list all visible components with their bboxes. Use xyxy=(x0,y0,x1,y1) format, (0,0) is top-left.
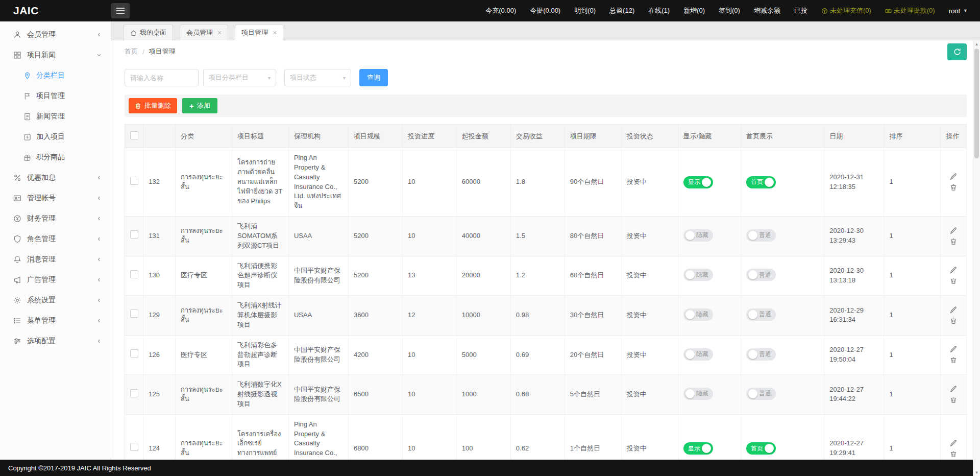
add-button[interactable]: + 添加 xyxy=(182,98,217,113)
sidebar-subitem-news[interactable]: 新闻管理 xyxy=(0,106,111,127)
delete-button[interactable] xyxy=(949,355,958,365)
agency-cell: USAA xyxy=(288,296,348,336)
row-checkbox[interactable] xyxy=(130,310,138,318)
content-panel: 首页 / 项目管理 项目分类栏目 ▾ 项目状态 ▾ 查询 批量删除 xyxy=(111,40,980,460)
sidebar-item-settings[interactable]: 系统设置 xyxy=(0,290,111,311)
title-cell: 飞利浦彩色多普勒超声诊断项目 xyxy=(232,335,288,375)
home-toggle[interactable]: 普通 xyxy=(746,348,776,361)
chevron-left-icon xyxy=(96,175,102,180)
sidebar-item-promo-interest[interactable]: 优惠加息 xyxy=(0,168,111,188)
sidebar-item-messages[interactable]: 消息管理 xyxy=(0,249,111,270)
home-toggle[interactable]: 普通 xyxy=(746,388,776,400)
visibility-toggle[interactable]: 隐藏 xyxy=(683,269,713,281)
breadcrumb-home-link[interactable]: 首页 xyxy=(125,47,138,56)
sidebar-item-finance[interactable]: 财务管理 xyxy=(0,208,111,229)
status-cell: 投资中 xyxy=(621,375,678,415)
sidebar-item-accounts[interactable]: 管理帐号 xyxy=(0,188,111,208)
name-search-input[interactable] xyxy=(125,69,199,86)
row-checkbox[interactable] xyxy=(130,443,138,451)
agency-cell: Ping An Property & Casualty Insurance Co… xyxy=(288,414,348,460)
main-area: 我的桌面 会员管理 × 项目管理 × 首页 / 项目管理 项目分类栏目 ▾ xyxy=(111,21,980,460)
edit-button[interactable] xyxy=(949,172,958,181)
sidebar-toggle-button[interactable] xyxy=(111,3,130,18)
edit-button[interactable] xyxy=(949,226,958,235)
stat-total-profit: 总盈(12) xyxy=(609,6,634,15)
category-select[interactable]: 项目分类栏目 ▾ xyxy=(203,69,276,86)
homepage-cell: 首页 xyxy=(741,148,824,217)
visibility-toggle[interactable]: 隐藏 xyxy=(683,348,713,361)
sidebar-subitem-projects[interactable]: 项目管理 xyxy=(0,86,111,106)
homepage-cell: 普通 xyxy=(741,375,824,415)
sidebar-subitem-points-goods[interactable]: 积分商品 xyxy=(0,147,111,168)
delete-button[interactable] xyxy=(949,449,958,459)
edit-button[interactable] xyxy=(949,305,958,315)
visibility-toggle[interactable]: 隐藏 xyxy=(683,308,713,321)
adjust-balance-link[interactable]: 增减余额 xyxy=(754,6,780,15)
user-menu[interactable]: root ▼ xyxy=(949,7,968,15)
home-toggle[interactable]: 首页 xyxy=(746,442,776,455)
home-toggle[interactable]: 普通 xyxy=(746,229,776,242)
sidebar-item-ads[interactable]: 广告管理 xyxy=(0,270,111,290)
sidebar-item-options[interactable]: 选项配置 xyxy=(0,331,111,351)
row-checkbox[interactable] xyxy=(130,230,138,239)
chevron-left-icon xyxy=(96,216,102,221)
scroll-up-arrow[interactable]: ▲ xyxy=(973,40,980,47)
vertical-scrollbar[interactable]: ▲ ▼ xyxy=(973,40,980,476)
col-scale: 项目规模 xyxy=(348,125,402,148)
delete-button[interactable] xyxy=(949,183,958,192)
visibility-toggle[interactable]: 显示 xyxy=(683,442,713,455)
invested-link[interactable]: 已投 xyxy=(794,6,807,15)
edit-button[interactable] xyxy=(949,345,958,354)
pending-withdraw-alert[interactable]: 未处理提款(0) xyxy=(885,6,935,15)
tab-members[interactable]: 会员管理 × xyxy=(180,25,228,40)
sidebar-item-menus[interactable]: 菜单管理 xyxy=(0,311,111,331)
agency-cell: USAA xyxy=(288,217,348,256)
search-button[interactable]: 查询 xyxy=(359,69,388,86)
table-row: 131 การลงทุนระยะสั้น 飞利浦SOMATOM系列双源CT项目 … xyxy=(125,217,967,256)
visibility-toggle[interactable]: 隐藏 xyxy=(683,388,713,400)
delete-button[interactable] xyxy=(949,276,958,285)
shield-icon xyxy=(13,235,21,243)
delete-button[interactable] xyxy=(949,316,958,325)
chevron-left-icon xyxy=(96,277,102,282)
visibility-toggle[interactable]: 显示 xyxy=(683,176,713,188)
min-amount-cell: 100 xyxy=(456,414,510,460)
home-toggle[interactable]: 普通 xyxy=(746,308,776,321)
tab-desktop[interactable]: 我的桌面 xyxy=(124,25,173,40)
select-all-checkbox[interactable] xyxy=(130,131,138,139)
edit-button[interactable] xyxy=(949,439,958,448)
delete-button[interactable] xyxy=(949,395,958,404)
profit-cell: 1.8 xyxy=(510,148,565,217)
row-checkbox[interactable] xyxy=(130,270,138,278)
chevron-left-icon xyxy=(96,318,102,323)
sidebar-item-roles[interactable]: 角色管理 xyxy=(0,229,111,249)
pending-recharge-alert[interactable]: 未处理充值(0) xyxy=(821,6,871,15)
sidebar-item-project-news[interactable]: 项目新闻 xyxy=(0,45,111,65)
visibility-toggle[interactable]: 隐藏 xyxy=(683,229,713,242)
status-select[interactable]: 项目状态 ▾ xyxy=(284,69,351,86)
refresh-button[interactable] xyxy=(947,43,967,60)
row-checkbox[interactable] xyxy=(130,389,138,397)
edit-button[interactable] xyxy=(949,266,958,275)
home-toggle[interactable]: 普通 xyxy=(746,269,776,281)
sort-cell: 1 xyxy=(884,414,941,460)
batch-delete-button[interactable]: 批量删除 xyxy=(129,98,177,113)
row-checkbox[interactable] xyxy=(130,177,138,185)
close-icon[interactable]: × xyxy=(217,29,222,36)
coin-icon xyxy=(13,215,21,223)
sidebar-subitem-join-project[interactable]: 加入项目 xyxy=(0,127,111,147)
home-toggle[interactable]: 首页 xyxy=(746,176,776,188)
sidebar-subitem-categories[interactable]: 分类栏目 xyxy=(0,65,111,86)
sidebar-item-members[interactable]: 会员管理 xyxy=(0,25,111,45)
scroll-down-arrow[interactable]: ▼ xyxy=(973,469,980,476)
edit-button[interactable] xyxy=(949,385,958,394)
scrollbar-thumb[interactable] xyxy=(974,49,979,158)
duration-cell: 1个自然日 xyxy=(565,414,621,460)
checkbox-cell xyxy=(125,296,143,336)
tab-projects[interactable]: 项目管理 × xyxy=(235,25,283,40)
scale-cell: 6500 xyxy=(348,375,402,415)
close-icon[interactable]: × xyxy=(273,29,277,36)
stat-online: 在线(1) xyxy=(648,6,670,15)
row-checkbox[interactable] xyxy=(130,349,138,358)
delete-button[interactable] xyxy=(949,237,958,246)
